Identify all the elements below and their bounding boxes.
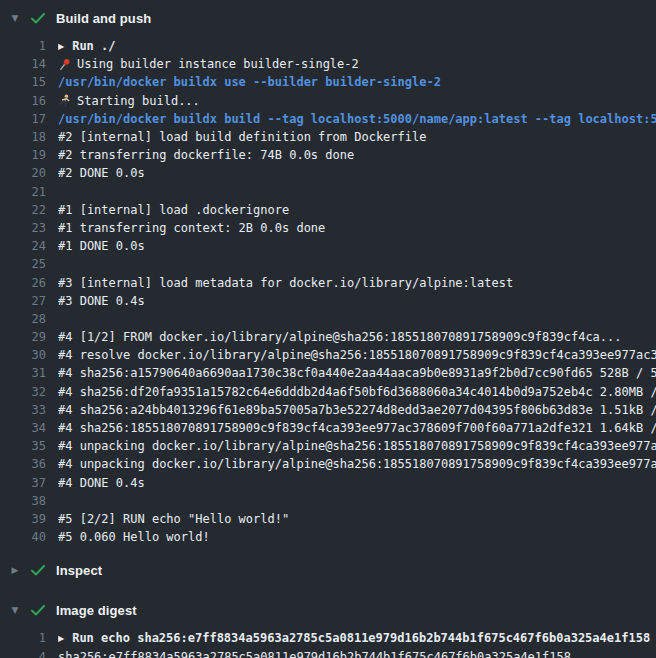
line-content: ▶ Run echo sha256:e7ff8834a5963a2785c5a0… <box>58 631 656 645</box>
line-number[interactable]: 35 <box>0 439 46 453</box>
line-content: #4 unpacking docker.io/library/alpine@sh… <box>58 439 656 453</box>
line-text: #4 unpacking docker.io/library/alpine@sh… <box>58 439 656 453</box>
log-line: 15 /usr/bin/docker buildx use --builder … <box>0 73 656 91</box>
line-number[interactable]: 36 <box>0 457 46 471</box>
line-number[interactable]: 37 <box>0 476 46 490</box>
line-text: #3 DONE 0.4s <box>58 294 145 308</box>
line-content: #3 [internal] load metadata for docker.i… <box>58 276 656 290</box>
chevron-down-icon[interactable]: ▼ <box>8 13 22 23</box>
line-number[interactable]: 16 <box>0 94 46 108</box>
line-number[interactable]: 20 <box>0 166 46 180</box>
line-content: #1 transferring context: 2B 0.0s done <box>58 221 656 235</box>
check-success-icon <box>31 605 45 616</box>
line-number[interactable]: 21 <box>0 185 46 199</box>
line-text: #2 transferring dockerfile: 74B 0.0s don… <box>58 148 354 162</box>
line-text: #5 [2/2] RUN echo "Hello world!" <box>58 512 289 526</box>
line-text: #4 sha256:185518070891758909c9f839cf4ca3… <box>58 421 656 435</box>
section-lines: 1 ▶ Run ./ 14 Using builder instance bui… <box>0 37 656 546</box>
log-line: 31 #4 sha256:a15790640a6690aa1730c38cf0a… <box>0 364 656 382</box>
line-content: #4 resolve docker.io/library/alpine@sha2… <box>58 348 656 362</box>
line-number[interactable]: 39 <box>0 512 46 526</box>
line-content: #4 unpacking docker.io/library/alpine@sh… <box>58 457 656 471</box>
line-number[interactable]: 24 <box>0 239 46 253</box>
line-text: #1 transferring context: 2B 0.0s done <box>58 221 325 235</box>
log-line: 17 /usr/bin/docker buildx build --tag lo… <box>0 110 656 128</box>
line-text: #4 sha256:a15790640a6690aa1730c38cf0a440… <box>58 366 656 380</box>
log-line: 4 sha256:e7ff8834a5963a2785c5a0811e979d1… <box>0 647 656 658</box>
line-content: #2 transferring dockerfile: 74B 0.0s don… <box>58 148 656 162</box>
line-content: ▶ Run ./ <box>58 39 656 53</box>
line-text: #2 [internal] load build definition from… <box>58 130 426 144</box>
line-text: Run ./ <box>72 39 115 53</box>
line-text: #4 sha256:a24bb4013296f61e89ba57005a7b3e… <box>58 403 656 417</box>
line-number[interactable]: 40 <box>0 530 46 544</box>
line-number[interactable]: 32 <box>0 385 46 399</box>
line-content: /usr/bin/docker buildx use --builder bui… <box>58 75 656 89</box>
chevron-right-icon[interactable]: ▶ <box>8 565 22 575</box>
log-line: 40 #5 0.060 Hello world! <box>0 528 656 546</box>
log-section: ▼ Image digest 1 ▶ Run echo sha256:e7ff8… <box>0 592 656 658</box>
log-line: 33 #4 sha256:a24bb4013296f61e89ba57005a7… <box>0 401 656 419</box>
log-line: 24 #1 DONE 0.0s <box>0 237 656 255</box>
line-text: Starting build... <box>77 94 200 108</box>
line-text: #4 sha256:df20fa9351a15782c64e6dddb2d4a6… <box>58 385 656 399</box>
line-number[interactable]: 31 <box>0 366 46 380</box>
log-line: 27 #3 DONE 0.4s <box>0 292 656 310</box>
line-number[interactable]: 33 <box>0 403 46 417</box>
line-text: /usr/bin/docker buildx build --tag local… <box>58 112 656 126</box>
line-number[interactable]: 30 <box>0 348 46 362</box>
log-section: ▼ Build and push 1 ▶ Run ./ 14 Using bui… <box>0 0 656 546</box>
chevron-down-icon[interactable]: ▼ <box>8 605 22 615</box>
line-number[interactable]: 27 <box>0 294 46 308</box>
line-content: #2 [internal] load build definition from… <box>58 130 656 144</box>
line-number[interactable]: 38 <box>0 494 46 508</box>
line-number[interactable]: 19 <box>0 148 46 162</box>
line-number[interactable]: 1 <box>0 631 46 645</box>
section-title: Image digest <box>56 603 137 618</box>
line-text: /usr/bin/docker buildx use --builder bui… <box>58 75 441 89</box>
log-section: ▶ Inspect <box>0 552 656 586</box>
actions-log-viewer: { "colors": { "background": "#242a30", "… <box>0 0 656 658</box>
line-number[interactable]: 1 <box>0 39 46 53</box>
line-content: #1 [internal] load .dockerignore <box>58 203 656 217</box>
line-number[interactable]: 29 <box>0 330 46 344</box>
section-header[interactable]: ▼ Build and push <box>0 0 656 34</box>
line-number[interactable]: 22 <box>0 203 46 217</box>
line-number[interactable]: 18 <box>0 130 46 144</box>
line-text: #2 DONE 0.0s <box>58 166 145 180</box>
line-number[interactable]: 26 <box>0 276 46 290</box>
log-line: 23 #1 transferring context: 2B 0.0s done <box>0 219 656 237</box>
line-content: #4 sha256:a15790640a6690aa1730c38cf0a440… <box>58 366 656 380</box>
line-text: #4 DONE 0.4s <box>58 476 145 490</box>
log-line: 25 <box>0 255 656 273</box>
log-line: 28 <box>0 310 656 328</box>
line-content: #5 0.060 Hello world! <box>58 530 656 544</box>
line-text: #4 [1/2] FROM docker.io/library/alpine@s… <box>58 330 622 344</box>
line-content: Using builder instance builder-single-2 <box>58 57 656 71</box>
line-content: #2 DONE 0.0s <box>58 166 656 180</box>
line-number[interactable]: 34 <box>0 421 46 435</box>
line-text: #5 0.060 Hello world! <box>58 530 210 544</box>
section-header[interactable]: ▶ Inspect <box>0 552 656 586</box>
line-number[interactable]: 17 <box>0 112 46 126</box>
line-number[interactable]: 28 <box>0 312 46 326</box>
line-text: Run echo sha256:e7ff8834a5963a2785c5a081… <box>72 631 650 645</box>
line-number[interactable]: 23 <box>0 221 46 235</box>
line-number[interactable]: 15 <box>0 75 46 89</box>
section-lines: 1 ▶ Run echo sha256:e7ff8834a5963a2785c5… <box>0 629 656 658</box>
expand-group-icon[interactable]: ▶ <box>58 42 64 51</box>
check-success-icon <box>31 13 45 24</box>
section-header[interactable]: ▼ Image digest <box>0 592 656 626</box>
log-line: 26 #3 [internal] load metadata for docke… <box>0 273 656 291</box>
line-content: #4 sha256:185518070891758909c9f839cf4ca3… <box>58 421 656 435</box>
line-text: #1 DONE 0.0s <box>58 239 145 253</box>
line-number[interactable]: 14 <box>0 57 46 71</box>
expand-group-icon[interactable]: ▶ <box>58 634 64 643</box>
runner-icon <box>58 94 71 107</box>
log-line: 35 #4 unpacking docker.io/library/alpine… <box>0 437 656 455</box>
line-number[interactable]: 25 <box>0 257 46 271</box>
line-content: /usr/bin/docker buildx build --tag local… <box>58 112 656 126</box>
line-number[interactable]: 4 <box>0 650 46 658</box>
line-content: Starting build... <box>58 94 656 108</box>
line-text: #4 unpacking docker.io/library/alpine@sh… <box>58 457 656 471</box>
